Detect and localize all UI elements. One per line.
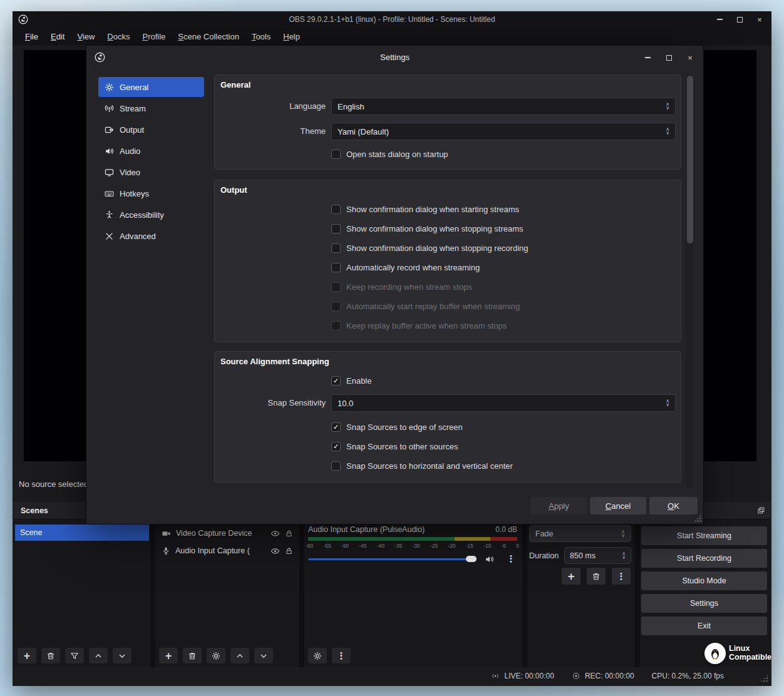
settings-tab-hotkeys[interactable]: Hotkeys <box>98 183 204 203</box>
no-source-label: No source selected <box>19 479 88 489</box>
add-scene-button[interactable] <box>18 648 36 663</box>
snap-edge-checkbox[interactable]: Snap Sources to edge of screen <box>331 422 463 432</box>
mixer-item-menu-icon[interactable] <box>506 553 516 565</box>
transition-menu-icon[interactable] <box>612 568 631 585</box>
language-select[interactable]: English <box>331 98 676 115</box>
dialog-minimize-button[interactable] <box>643 57 652 58</box>
settings-button[interactable]: Settings <box>641 594 767 613</box>
visibility-eye-icon[interactable] <box>271 529 280 538</box>
tools-icon <box>105 232 114 241</box>
theme-select[interactable]: Yami (Default) <box>331 123 676 140</box>
broadcast-icon <box>105 104 114 113</box>
speaker-icon[interactable] <box>485 555 494 564</box>
source-row-video[interactable]: Video Capture Device <box>155 525 299 542</box>
confirm-stop-recording-checkbox[interactable]: Show confirmation dialog when stopping r… <box>331 243 529 253</box>
transitions-panel: Fade Duration 850 ms <box>527 519 635 667</box>
rec-status: REC: 00:00:00 <box>572 672 634 680</box>
checkbox[interactable] <box>331 150 341 159</box>
menu-scene-collection[interactable]: Scene Collection <box>172 29 245 44</box>
add-transition-button[interactable] <box>562 568 580 585</box>
confirm-start-stream-checkbox[interactable]: Show confirmation dialog when starting s… <box>331 204 519 214</box>
dialog-titlebar[interactable]: Settings × <box>86 46 703 69</box>
settings-tab-stream[interactable]: Stream <box>98 98 204 118</box>
mixer-options-gear-icon[interactable] <box>308 648 327 663</box>
menu-help[interactable]: Help <box>277 29 306 44</box>
menubar: File Edit View Docks Profile Scene Colle… <box>13 28 771 45</box>
scenes-panel: Scene <box>14 519 150 667</box>
snap-center-checkbox[interactable]: Snap Sources to horizontal and vertical … <box>331 461 513 471</box>
cancel-button[interactable]: Cancel <box>590 497 646 514</box>
menu-docks[interactable]: Docks <box>101 29 136 44</box>
dialog-close-button[interactable]: × <box>686 54 694 62</box>
remove-transition-button[interactable] <box>587 568 606 585</box>
spinner-arrows-icon[interactable] <box>622 552 626 560</box>
window-titlebar[interactable]: OBS 29.0.2.1-1+b1 (linux) - Profile: Unt… <box>13 11 771 28</box>
snap-sources-checkbox[interactable]: Snap Sources to other sources <box>331 441 458 451</box>
volume-slider[interactable] <box>308 558 472 560</box>
move-scene-up-button[interactable] <box>89 648 108 663</box>
meter-scale: -60-55 -50-45 -40-35 -30-25 -20-15 -10-5… <box>306 543 519 549</box>
volume-slider-handle[interactable] <box>466 556 477 562</box>
menu-file[interactable]: File <box>19 29 44 44</box>
move-source-up-button[interactable] <box>230 648 249 663</box>
section-title: Source Alignment Snapping <box>220 357 329 366</box>
dialog-title: Settings <box>86 46 703 69</box>
auto-record-checkbox[interactable]: Automatically record when streaming <box>331 262 480 272</box>
exit-button[interactable]: Exit <box>641 617 767 635</box>
duration-spinbox[interactable]: 850 ms <box>564 547 631 564</box>
snap-sensitivity-spinbox[interactable]: 10.0 <box>331 394 676 412</box>
menu-edit[interactable]: Edit <box>44 29 71 44</box>
ok-button[interactable]: OK <box>649 497 698 514</box>
move-source-down-button[interactable] <box>254 648 273 663</box>
mixer-source-name: Audio Input Capture (PulseAudio) <box>308 525 425 534</box>
lock-icon[interactable] <box>285 530 293 538</box>
menu-profile[interactable]: Profile <box>136 29 172 44</box>
sources-panel: Video Capture Device Audio Input Capture… <box>155 519 299 667</box>
confirm-stop-stream-checkbox[interactable]: Show confirmation dialog when stopping s… <box>331 223 524 233</box>
settings-tab-general[interactable]: General <box>98 77 204 97</box>
settings-tab-audio[interactable]: Audio <box>98 141 204 161</box>
dialog-maximize-button[interactable] <box>664 55 673 61</box>
source-row-audio[interactable]: Audio Input Capture ( <box>155 542 299 560</box>
studio-mode-button[interactable]: Studio Mode <box>641 571 767 590</box>
add-source-button[interactable] <box>159 648 178 663</box>
settings-tab-output[interactable]: Output <box>98 120 204 140</box>
minimize-button[interactable] <box>715 19 724 20</box>
settings-tab-advanced[interactable]: Advanced <box>98 226 204 246</box>
lock-icon[interactable] <box>285 547 293 555</box>
popout-icon[interactable] <box>757 506 765 514</box>
remove-source-button[interactable] <box>183 648 202 663</box>
menu-tools[interactable]: Tools <box>245 29 277 44</box>
dialog-resize-grip[interactable] <box>694 514 701 522</box>
cpu-status: CPU: 0.2%, 25.00 fps <box>652 672 724 680</box>
visibility-eye-icon[interactable] <box>271 546 280 556</box>
linux-compatible-logo: Linux Compatible <box>704 643 767 665</box>
keep-replay-buffer-checkbox: Keep replay buffer active when stream st… <box>331 320 507 330</box>
start-streaming-button[interactable]: Start Streaming <box>641 526 767 545</box>
keyboard-icon <box>105 189 114 198</box>
language-label: Language <box>219 98 326 115</box>
snapping-enable-checkbox[interactable]: Enable <box>331 376 371 386</box>
mixer-menu-icon[interactable] <box>332 648 351 663</box>
scenes-dock-title: Scenes <box>14 506 48 515</box>
menu-view[interactable]: View <box>71 29 101 44</box>
source-properties-gear-icon[interactable] <box>207 648 225 663</box>
open-stats-checkbox[interactable]: Open stats dialog on startup <box>331 149 448 159</box>
desktop: OBS 29.0.2.1-1+b1 (linux) - Profile: Unt… <box>0 0 784 696</box>
move-scene-down-button[interactable] <box>113 648 132 663</box>
close-button[interactable]: × <box>755 16 764 24</box>
maximize-button[interactable] <box>735 17 744 23</box>
scene-filters-icon[interactable] <box>65 648 84 663</box>
scene-list-item[interactable]: Scene <box>15 525 149 541</box>
dialog-scrollbar[interactable] <box>686 74 694 489</box>
remove-scene-button[interactable] <box>41 648 60 663</box>
scrollbar-thumb[interactable] <box>687 76 693 243</box>
start-recording-button[interactable]: Start Recording <box>641 549 767 568</box>
spinner-arrows-icon[interactable] <box>666 399 669 407</box>
transition-select[interactable]: Fade <box>529 525 631 542</box>
settings-tab-video[interactable]: Video <box>98 162 204 182</box>
settings-tab-accessibility[interactable]: Accessibility <box>98 205 204 225</box>
penguin-icon <box>704 643 726 664</box>
section-title: Output <box>220 185 247 195</box>
apply-button[interactable]: Apply <box>530 497 587 514</box>
